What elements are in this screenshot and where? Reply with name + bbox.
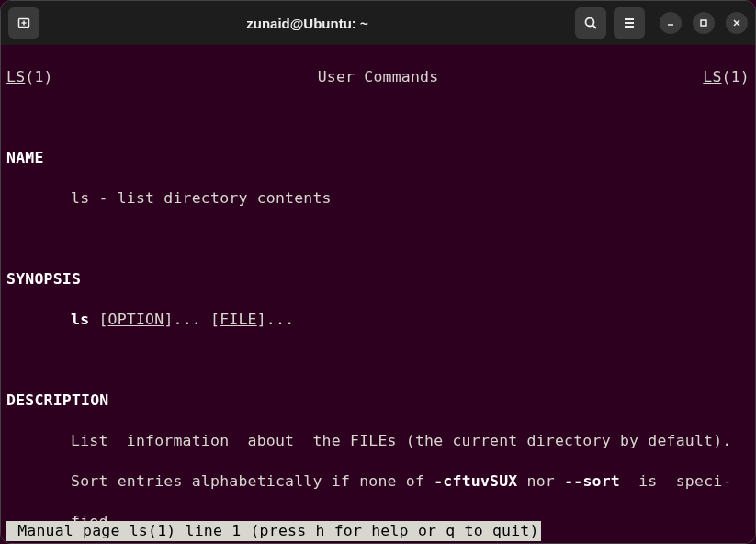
desc-text: is speci‐: [620, 472, 732, 490]
svg-point-3: [586, 18, 594, 27]
minimize-icon: [666, 18, 675, 28]
window-controls: [660, 12, 748, 34]
desc-text: nor: [517, 472, 564, 490]
desc-line: List information about the FILEs (the cu…: [6, 431, 750, 451]
hamburger-icon: [622, 16, 637, 30]
terminal-viewport[interactable]: LS(1)User CommandsLS(1) NAME ls - list d…: [1, 45, 755, 543]
synopsis-line: ls [OPTION]... [FILE]...: [6, 310, 750, 330]
search-button[interactable]: [575, 7, 606, 39]
header-right-name: LS: [703, 68, 721, 85]
header-right-section: (1): [722, 68, 750, 85]
header-left-section: (1): [25, 68, 52, 85]
blank-line: [6, 350, 750, 370]
section-synopsis-heading: SYNOPSIS: [6, 269, 750, 289]
synopsis-text: ]...: [257, 311, 295, 328]
menu-button[interactable]: [614, 7, 645, 39]
minimize-button[interactable]: [660, 12, 682, 34]
section-description-heading: DESCRIPTION: [6, 391, 750, 411]
desc-text: Sort entries alphabetically if none of: [71, 472, 434, 490]
maximize-icon: [699, 18, 708, 28]
window-title: zunaid@Ubuntu: ~: [47, 16, 568, 31]
synopsis-text: [: [89, 311, 107, 328]
close-button[interactable]: [726, 12, 748, 34]
maximize-button[interactable]: [693, 12, 715, 34]
name-line: ls - list directory contents: [6, 188, 750, 209]
new-tab-icon: [17, 16, 31, 30]
svg-line-4: [593, 26, 597, 29]
close-icon: [732, 18, 741, 28]
synopsis-text: ]... [: [164, 311, 220, 328]
section-name-heading: NAME: [6, 148, 750, 168]
synopsis-file: FILE: [220, 311, 257, 328]
svg-rect-9: [701, 20, 706, 26]
search-icon: [583, 16, 598, 30]
man-header: LS(1)User CommandsLS(1): [6, 67, 750, 87]
blank-line: [6, 108, 750, 128]
manpage-statusbar: Manual page ls(1) line 1 (press h for he…: [6, 521, 541, 541]
header-left-name: LS: [6, 68, 25, 85]
new-tab-button[interactable]: [8, 7, 39, 39]
blank-line: [6, 229, 750, 249]
synopsis-option: OPTION: [108, 311, 164, 328]
synopsis-cmd: ls: [71, 311, 89, 328]
desc-flag: --sort: [564, 472, 620, 490]
header-center: User Commands: [318, 67, 439, 87]
desc-flag: -cftuvSUX: [434, 472, 517, 490]
titlebar: zunaid@Ubuntu: ~: [1, 1, 755, 45]
desc-line: Sort entries alphabetically if none of -…: [6, 471, 750, 492]
